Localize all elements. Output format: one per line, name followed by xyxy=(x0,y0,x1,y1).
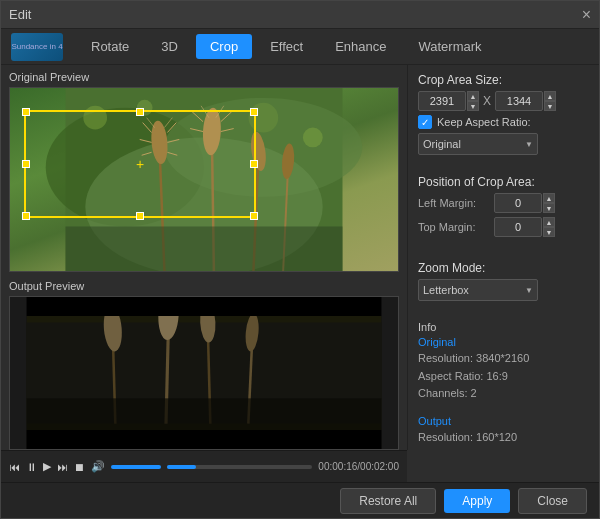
zoom-mode-label: Zoom Mode: xyxy=(418,261,589,275)
original-channels: Channels: 2 xyxy=(418,385,589,403)
top-margin-up[interactable]: ▲ xyxy=(543,217,555,227)
top-margin-label: Top Margin: xyxy=(418,221,490,233)
left-margin-up[interactable]: ▲ xyxy=(543,193,555,203)
svg-rect-43 xyxy=(27,297,382,316)
output-sub-label: Output xyxy=(418,415,589,427)
info-label: Info xyxy=(418,321,589,333)
main-content: Original Preview xyxy=(1,65,599,450)
zoom-dropdown-value: Letterbox xyxy=(423,284,469,296)
top-margin-down[interactable]: ▼ xyxy=(543,227,555,237)
zoom-dropdown[interactable]: Letterbox ▼ xyxy=(418,279,538,301)
crop-width-down[interactable]: ▼ xyxy=(467,101,479,111)
top-margin-row: Top Margin: ▲ ▼ xyxy=(418,217,589,237)
output-eye-size: Left/Right Eye Size: - xyxy=(418,446,589,450)
original-sub-label: Original xyxy=(418,336,589,348)
tab-crop[interactable]: Crop xyxy=(196,34,252,59)
volume-icon[interactable]: 🔊 xyxy=(91,460,105,473)
crop-height-spinners: ▲ ▼ xyxy=(544,91,556,111)
original-preview: + xyxy=(9,87,399,272)
svg-point-7 xyxy=(303,128,323,148)
right-panel: Crop Area Size: ▲ ▼ X ▲ ▼ xyxy=(407,65,599,450)
play-prev-button[interactable]: ⏮ xyxy=(9,461,20,473)
top-margin-input[interactable] xyxy=(494,217,542,237)
play-next-button[interactable]: ⏭ xyxy=(57,461,68,473)
tab-rotate[interactable]: Rotate xyxy=(77,34,143,59)
volume-slider[interactable] xyxy=(111,465,161,469)
svg-point-5 xyxy=(137,100,153,116)
progress-bar[interactable] xyxy=(167,465,312,469)
crop-width-up[interactable]: ▲ xyxy=(467,91,479,101)
action-bar: Restore All Apply Close xyxy=(1,482,599,518)
restore-all-button[interactable]: Restore All xyxy=(340,488,436,514)
aspect-dropdown-value: Original xyxy=(423,138,461,150)
position-label: Position of Crop Area: xyxy=(418,175,589,189)
crop-height-down[interactable]: ▼ xyxy=(544,101,556,111)
window-title: Edit xyxy=(9,7,31,22)
play-button[interactable]: ▶ xyxy=(43,460,51,473)
output-resolution: Resolution: 160*120 xyxy=(418,429,589,447)
crop-height-up[interactable]: ▲ xyxy=(544,91,556,101)
top-margin-field[interactable]: ▲ ▼ xyxy=(494,217,555,237)
aspect-dropdown-row: Original ▼ xyxy=(418,133,589,155)
zoom-dropdown-row: Letterbox ▼ xyxy=(418,279,589,301)
output-preview xyxy=(9,296,399,450)
left-margin-label: Left Margin: xyxy=(418,197,490,209)
crop-width-field[interactable]: ▲ ▼ xyxy=(418,91,479,111)
keep-aspect-ratio-label: Keep Aspect Ratio: xyxy=(437,116,531,128)
left-margin-row: Left Margin: ▲ ▼ xyxy=(418,193,589,213)
original-preview-label: Original Preview xyxy=(9,71,399,83)
preview-background xyxy=(10,88,398,271)
original-resolution: Resolution: 3840*2160 xyxy=(418,350,589,368)
zoom-dropdown-arrow: ▼ xyxy=(525,286,533,295)
crop-position-section: Position of Crop Area: Left Margin: ▲ ▼ … xyxy=(418,175,589,241)
keep-aspect-ratio-row: ✓ Keep Aspect Ratio: xyxy=(418,115,589,129)
close-icon[interactable]: × xyxy=(582,7,591,23)
crop-height-field[interactable]: ▲ ▼ xyxy=(495,91,556,111)
crop-width-input[interactable] xyxy=(418,91,466,111)
left-panel: Original Preview xyxy=(1,65,407,450)
left-margin-field[interactable]: ▲ ▼ xyxy=(494,193,555,213)
svg-rect-44 xyxy=(27,430,382,449)
tab-effect[interactable]: Effect xyxy=(256,34,317,59)
output-preview-label: Output Preview xyxy=(9,280,399,292)
player-controls: ⏮ ⏸ ▶ ⏭ ⏹ 🔊 00:00:16/00:02:00 xyxy=(1,450,407,482)
size-separator: X xyxy=(483,94,491,108)
apply-button[interactable]: Apply xyxy=(444,489,510,513)
crop-area-size-section: Crop Area Size: ▲ ▼ X ▲ ▼ xyxy=(418,73,589,155)
left-margin-input[interactable] xyxy=(494,193,542,213)
svg-point-6 xyxy=(249,103,279,133)
crop-size-row: ▲ ▼ X ▲ ▼ xyxy=(418,91,589,111)
top-margin-spinners: ▲ ▼ xyxy=(543,217,555,237)
video-thumbnail: Sundance in 4 xyxy=(11,33,63,61)
svg-point-4 xyxy=(83,106,107,130)
left-margin-down[interactable]: ▼ xyxy=(543,203,555,213)
pause-button[interactable]: ⏸ xyxy=(26,461,37,473)
stop-button[interactable]: ⏹ xyxy=(74,461,85,473)
time-display: 00:00:16/00:02:00 xyxy=(318,461,399,472)
zoom-mode-section: Zoom Mode: Letterbox ▼ xyxy=(418,261,589,301)
original-aspect: Aspect Ratio: 16:9 xyxy=(418,368,589,386)
tab-enhance[interactable]: Enhance xyxy=(321,34,400,59)
title-bar: Edit × xyxy=(1,1,599,29)
aspect-dropdown-arrow: ▼ xyxy=(525,140,533,149)
keep-aspect-ratio-checkbox[interactable]: ✓ xyxy=(418,115,432,129)
info-section: Info Original Resolution: 3840*2160 Aspe… xyxy=(418,321,589,450)
tab-bar: Sundance in 4 Rotate 3D Crop Effect Enha… xyxy=(1,29,599,65)
close-button[interactable]: Close xyxy=(518,488,587,514)
aspect-dropdown[interactable]: Original ▼ xyxy=(418,133,538,155)
crop-area-size-label: Crop Area Size: xyxy=(418,73,589,87)
svg-rect-30 xyxy=(66,226,343,271)
progress-fill xyxy=(167,465,196,469)
crop-height-input[interactable] xyxy=(495,91,543,111)
edit-window: Edit × Sundance in 4 Rotate 3D Crop Effe… xyxy=(0,0,600,519)
crop-width-spinners: ▲ ▼ xyxy=(467,91,479,111)
thumbnail-label: Sundance in 4 xyxy=(11,33,63,61)
tab-watermark[interactable]: Watermark xyxy=(404,34,495,59)
output-video xyxy=(10,297,398,449)
left-margin-spinners: ▲ ▼ xyxy=(543,193,555,213)
tab-3d[interactable]: 3D xyxy=(147,34,192,59)
plant-illustration xyxy=(10,88,398,271)
